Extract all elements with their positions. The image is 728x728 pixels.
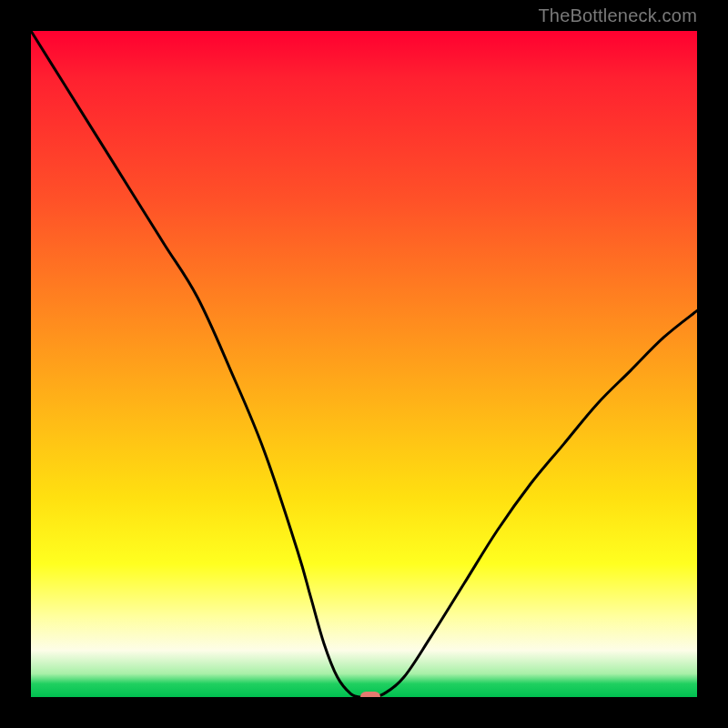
optimal-point-marker (360, 692, 380, 697)
chart-frame: TheBottleneck.com (0, 0, 728, 728)
plot-area (31, 31, 697, 697)
watermark-text: TheBottleneck.com (538, 5, 697, 26)
bottleneck-curve (31, 31, 697, 697)
